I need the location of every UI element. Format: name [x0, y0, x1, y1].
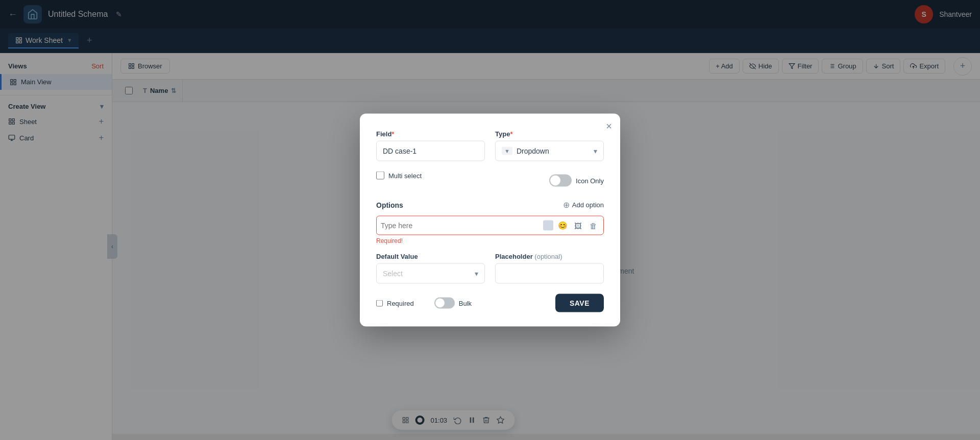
- multi-select-label: Multi select: [388, 172, 422, 179]
- modal-close-button[interactable]: ×: [606, 121, 612, 131]
- default-placeholder-row: Default Value Select ▾ Placeholder (opti…: [376, 253, 604, 284]
- option-input-wrapper: 😊 🖼 🗑: [376, 216, 604, 235]
- image-icon-button[interactable]: 🖼: [572, 219, 584, 232]
- field-label: Field*: [376, 130, 485, 138]
- color-swatch[interactable]: [543, 221, 553, 231]
- options-header: Options ⊕ Add option: [376, 200, 604, 210]
- type-select-left: ▼ Dropdown: [502, 147, 549, 155]
- option-text-input[interactable]: [381, 222, 540, 230]
- multi-select-checkbox[interactable]: [376, 172, 384, 180]
- required-checkbox[interactable]: [376, 300, 383, 306]
- field-modal: × Field* Type* ▼ Dropdown ▾ Multi: [360, 114, 620, 327]
- type-label: Type*: [495, 130, 604, 138]
- default-value-group: Default Value Select ▾: [376, 253, 485, 284]
- multi-select-row: Multi select: [376, 172, 422, 180]
- type-group: Type* ▼ Dropdown ▾: [495, 130, 604, 161]
- bulk-toggle[interactable]: [434, 298, 455, 309]
- icon-only-row: Icon Only: [549, 175, 604, 187]
- type-required-star: *: [510, 130, 512, 138]
- multi-icon-row: Multi select Icon Only: [376, 172, 604, 190]
- add-option-button[interactable]: ⊕ Add option: [563, 200, 604, 210]
- default-value-select[interactable]: Select ▾: [376, 263, 485, 284]
- emoji-icon-button[interactable]: 😊: [556, 219, 569, 232]
- placeholder-input[interactable]: [495, 263, 604, 284]
- bulk-toggle-row: Bulk: [434, 298, 472, 309]
- add-option-icon: ⊕: [563, 200, 570, 210]
- dropdown-tag-icon: ▼: [502, 147, 512, 155]
- required-check-row: Required: [376, 299, 414, 307]
- field-group: Field*: [376, 130, 485, 161]
- toggle-knob: [550, 176, 560, 186]
- icon-only-label: Icon Only: [576, 177, 604, 184]
- default-value-label: Default Value: [376, 253, 485, 260]
- required-error: Required!: [376, 237, 604, 245]
- bulk-toggle-knob: [435, 299, 445, 308]
- icon-only-toggle[interactable]: [549, 175, 572, 187]
- field-required-star: *: [391, 130, 394, 138]
- placeholder-optional: (optional): [534, 253, 562, 260]
- field-input[interactable]: [376, 141, 485, 161]
- bulk-label: Bulk: [459, 299, 472, 307]
- save-button[interactable]: SAVE: [555, 294, 604, 312]
- modal-bottom: Required Bulk SAVE: [376, 294, 604, 312]
- type-select[interactable]: ▼ Dropdown ▾: [495, 141, 604, 161]
- type-chevron-icon: ▾: [594, 147, 597, 155]
- field-type-row: Field* Type* ▼ Dropdown ▾: [376, 130, 604, 161]
- option-input-row: 😊 🖼 🗑: [376, 216, 604, 235]
- options-title: Options: [376, 201, 403, 209]
- required-label: Required: [387, 299, 414, 307]
- delete-option-button[interactable]: 🗑: [587, 219, 599, 232]
- placeholder-label: Placeholder (optional): [495, 253, 604, 260]
- placeholder-group: Placeholder (optional): [495, 253, 604, 284]
- default-value-chevron: ▾: [475, 270, 478, 278]
